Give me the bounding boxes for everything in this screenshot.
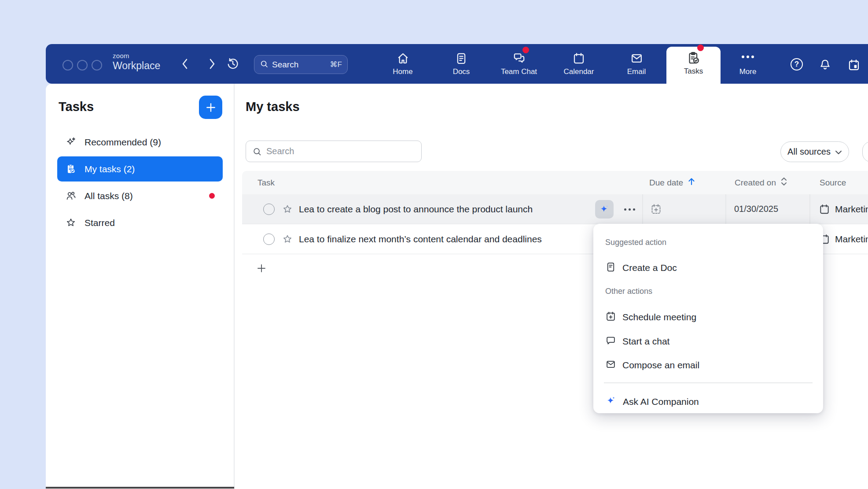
screen: zoom Workplace Search ⌘F Home xyxy=(0,0,868,489)
chevron-down-icon xyxy=(835,147,842,157)
sidebar-item-label: My tasks (2) xyxy=(85,164,135,174)
tasks-icon xyxy=(686,47,701,65)
sidebar-item-label: Recommended (9) xyxy=(85,137,161,148)
sidebar-item-label: Starred xyxy=(85,218,115,228)
global-search-input[interactable]: Search ⌘F xyxy=(254,55,348,74)
nav-email[interactable]: Email xyxy=(614,48,659,83)
docs-icon xyxy=(455,48,468,65)
clipboard-check-icon xyxy=(65,163,77,175)
nav-tasks-label: Tasks xyxy=(684,67,703,76)
sources-filter-dropdown[interactable]: All sources xyxy=(780,141,849,162)
app-titlebar: zoom Workplace Search ⌘F Home xyxy=(46,44,868,84)
email-icon xyxy=(630,48,644,65)
star-icon xyxy=(65,217,77,229)
back-icon[interactable] xyxy=(179,57,191,70)
home-icon xyxy=(396,48,410,65)
task-complete-checkbox[interactable] xyxy=(263,233,275,245)
sidebar-item-recommended[interactable]: Recommended (9) xyxy=(57,130,223,155)
menu-section-label: Other actions xyxy=(605,287,652,296)
menu-divider xyxy=(604,382,813,383)
nav-calendar[interactable]: Calendar xyxy=(556,48,602,83)
ai-companion-button[interactable] xyxy=(595,200,614,219)
window-close-button[interactable] xyxy=(63,60,73,70)
menu-section-label: Suggested action xyxy=(605,238,666,247)
task-search-input[interactable] xyxy=(246,141,421,162)
brand-logo: zoom Workplace xyxy=(113,52,160,71)
nav-email-label: Email xyxy=(627,67,646,76)
add-task-list-button[interactable] xyxy=(199,96,222,119)
sidebar-item-label: All tasks (8) xyxy=(85,191,133,201)
global-search-placeholder: Search xyxy=(272,60,330,70)
sidebar-item-all-tasks[interactable]: All tasks (8) xyxy=(57,183,223,208)
task-complete-checkbox[interactable] xyxy=(263,204,275,215)
tasks-badge xyxy=(697,44,704,51)
calendar-icon xyxy=(572,48,585,65)
team-chat-badge xyxy=(522,47,529,53)
menu-item-compose-email[interactable]: Compose an email xyxy=(593,355,823,375)
calendar-plus-icon xyxy=(605,311,616,324)
column-header-source[interactable]: Source xyxy=(820,171,846,194)
page-title: My tasks xyxy=(246,100,300,114)
nav-team-chat-label: Team Chat xyxy=(501,67,537,76)
people-icon xyxy=(65,190,77,202)
search-icon xyxy=(260,59,268,70)
source-value: Marketing xyxy=(835,204,868,215)
all-tasks-badge-dot xyxy=(209,193,215,199)
ai-companion-icon xyxy=(605,395,617,409)
nav-team-chat[interactable]: Team Chat xyxy=(496,48,542,83)
search-shortcut-hint: ⌘F xyxy=(330,60,342,69)
star-icon[interactable] xyxy=(282,233,293,245)
calendar-date-icon[interactable] xyxy=(847,58,861,74)
column-header-created-on[interactable]: Created on xyxy=(735,171,787,194)
team-chat-icon xyxy=(512,48,526,65)
column-header-due-date[interactable]: Due date xyxy=(649,171,695,194)
menu-item-create-doc[interactable]: Create a Doc xyxy=(593,258,823,278)
row-more-actions-button[interactable] xyxy=(620,200,639,219)
source-value: Marketing xyxy=(835,234,868,244)
ai-actions-menu: Suggested action Create a Doc Other acti… xyxy=(593,224,823,413)
chat-bubble-icon xyxy=(605,335,616,348)
task-search-box xyxy=(246,141,422,162)
task-title: Lea to finalize next month’s content cal… xyxy=(299,224,542,254)
brand-bottom: Workplace xyxy=(113,61,160,71)
sources-filter-value: All sources xyxy=(787,147,831,157)
more-icon xyxy=(740,48,755,65)
menu-item-ask-ai-companion[interactable]: Ask AI Companion xyxy=(593,392,823,412)
star-icon[interactable] xyxy=(282,204,293,215)
sidebar-divider xyxy=(234,84,235,489)
history-icon[interactable] xyxy=(225,57,240,70)
nav-more-label: More xyxy=(739,67,757,76)
search-icon xyxy=(252,147,262,158)
menu-item-start-chat[interactable]: Start a chat xyxy=(593,331,823,352)
help-icon[interactable]: ? xyxy=(791,58,803,70)
task-row[interactable]: Lea to create a blog post to announce th… xyxy=(242,194,868,224)
notifications-bell-icon[interactable] xyxy=(819,58,831,73)
nav-docs-label: Docs xyxy=(453,67,470,76)
nav-more[interactable]: More xyxy=(725,48,771,83)
sidebar-item-starred[interactable]: Starred xyxy=(57,210,223,235)
nav-docs[interactable]: Docs xyxy=(438,48,484,83)
window-minimize-button[interactable] xyxy=(77,60,88,70)
nav-home-label: Home xyxy=(393,67,412,76)
window-bottom-edge xyxy=(46,487,234,489)
window-zoom-button[interactable] xyxy=(92,60,102,70)
forward-icon[interactable] xyxy=(206,57,218,70)
created-on-value: 01/30/2025 xyxy=(734,194,778,224)
brand-top: zoom xyxy=(113,52,160,59)
nav-tasks-active-tab[interactable]: Tasks xyxy=(666,47,721,84)
sort-ascending-icon xyxy=(688,177,695,188)
column-header-task[interactable]: Task xyxy=(257,171,275,194)
source-cell: Marketing xyxy=(819,224,868,254)
sidebar-title: Tasks xyxy=(59,100,94,114)
add-task-button[interactable] xyxy=(255,263,268,275)
sidebar-item-my-tasks[interactable]: My tasks (2) xyxy=(57,156,223,182)
task-title: Lea to create a blog post to announce th… xyxy=(299,194,533,224)
source-cell: Marketing xyxy=(819,194,868,224)
doc-icon xyxy=(605,261,616,275)
menu-item-schedule-meeting[interactable]: Schedule meeting xyxy=(593,307,823,327)
add-due-date-icon[interactable] xyxy=(650,203,662,217)
sort-toggle-icon xyxy=(780,176,787,189)
nav-home[interactable]: Home xyxy=(380,48,426,83)
table-header: Task Due date Created on Source xyxy=(242,171,868,194)
envelope-icon xyxy=(605,359,616,372)
